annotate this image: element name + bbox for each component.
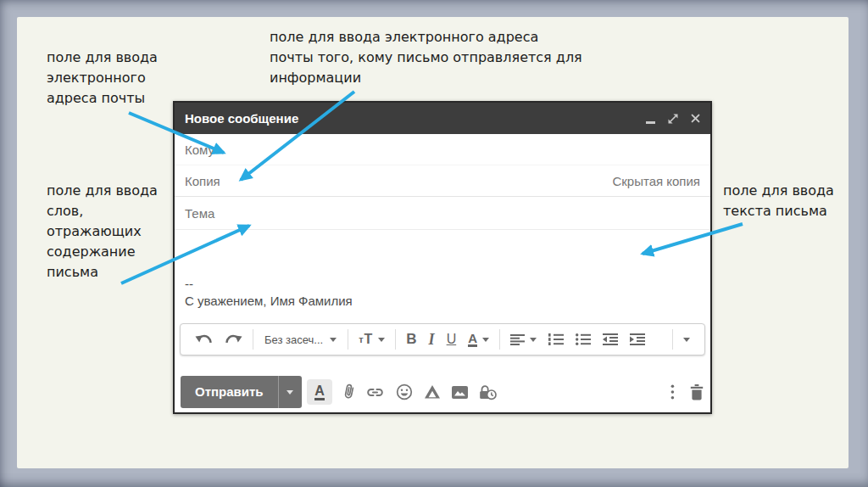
more-formats-button[interactable] <box>677 328 696 350</box>
to-field[interactable]: Кому <box>175 134 710 165</box>
font-family-dropdown[interactable]: Без засеч... <box>258 328 343 350</box>
minimize-icon[interactable] <box>646 114 655 124</box>
signature-block: -- С уважением, Имя Фамилия <box>185 276 353 310</box>
italic-button[interactable]: I <box>423 328 441 350</box>
toolbar-separator <box>395 329 396 350</box>
insert-drive-button[interactable] <box>424 384 441 400</box>
redo-button[interactable] <box>219 328 248 350</box>
insert-drive-icon <box>424 384 441 400</box>
font-caret-icon <box>330 338 337 342</box>
compose-window: Новое сообщение Кому Копия Скрытая копия… <box>173 101 712 414</box>
cc-label: Копия <box>185 174 220 188</box>
slide-background: поле для ввода электронного адреса почты… <box>0 0 868 487</box>
discard-draft-button[interactable] <box>690 384 704 400</box>
signature-text: С уважением, Имя Фамилия <box>185 293 353 310</box>
insert-toolbar: A <box>307 376 497 408</box>
toolbar-separator <box>253 329 253 350</box>
align-icon <box>510 334 525 345</box>
toolbar-separator <box>499 329 500 350</box>
underline-button[interactable]: U <box>441 328 463 350</box>
message-body-editor[interactable]: -- С уважением, Имя Фамилия <box>175 230 710 320</box>
insert-photo-button[interactable] <box>452 386 468 399</box>
attach-file-icon <box>342 383 356 401</box>
compose-titlebar: Новое сообщение <box>175 103 710 134</box>
align-caret-icon <box>530 338 537 342</box>
window-title: Новое сообщение <box>185 111 646 126</box>
more-options-button[interactable] <box>670 384 675 400</box>
formatting-options-button[interactable]: A <box>307 379 332 405</box>
undo-icon <box>195 333 213 345</box>
attach-file-button[interactable] <box>342 383 356 401</box>
confidential-mode-button[interactable] <box>479 384 497 400</box>
toolbar-separator <box>348 329 348 350</box>
signature-delimiter: -- <box>185 276 353 293</box>
toolbar-separator <box>672 329 673 350</box>
send-label: Отправить <box>181 376 278 408</box>
bold-button[interactable]: B <box>400 328 422 350</box>
close-icon[interactable] <box>691 114 700 123</box>
text-color-button[interactable]: A <box>462 328 495 350</box>
send-caret-icon <box>287 390 293 395</box>
numbered-list-icon <box>548 333 564 345</box>
redo-icon <box>225 333 242 345</box>
insert-emoji-icon <box>396 383 413 400</box>
insert-link-icon <box>365 387 385 398</box>
bulleted-list-icon <box>576 333 591 345</box>
text-color-icon: A <box>468 332 477 347</box>
align-button[interactable] <box>504 328 542 350</box>
annotation-to-field: поле для ввода электронного адреса почты <box>47 48 158 109</box>
annotation-subject-field: поле для ввода слов, отражающих содержан… <box>47 181 158 283</box>
indent-icon <box>630 333 645 345</box>
subject-label: Тема <box>185 206 214 221</box>
size-caret-icon <box>378 338 385 342</box>
confidential-mode-icon <box>479 384 497 400</box>
bcc-link[interactable]: Скрытая копия <box>612 174 700 188</box>
formatting-toolbar: Без засеч... т Т B I U A <box>180 323 705 355</box>
color-caret-icon <box>482 338 489 342</box>
send-button[interactable]: Отправить <box>181 376 302 408</box>
subject-field[interactable]: Тема <box>175 197 710 230</box>
annotation-cc-field: поле для ввода электронного адреса почты… <box>270 27 582 88</box>
formatting-options-icon: A <box>314 384 325 400</box>
insert-emoji-button[interactable] <box>396 383 413 400</box>
cc-field[interactable]: Копия Скрытая копия <box>175 165 710 197</box>
font-family-label: Без засеч... <box>264 333 323 346</box>
trash-icon <box>690 384 704 400</box>
text-size-dropdown[interactable]: т Т <box>353 328 391 350</box>
to-label: Кому <box>185 143 214 157</box>
indent-button[interactable] <box>624 328 651 350</box>
annotation-body-field: поле для ввода текста письма <box>723 181 834 221</box>
footer-right-controls <box>670 376 704 408</box>
expand-icon[interactable] <box>668 114 678 124</box>
bulleted-list-button[interactable] <box>570 328 597 350</box>
text-size-icon: т <box>359 334 363 344</box>
insert-photo-icon <box>452 386 468 399</box>
undo-button[interactable] <box>189 328 219 350</box>
numbered-list-button[interactable] <box>542 328 570 350</box>
send-options-button[interactable] <box>278 376 302 408</box>
more-options-icon <box>670 384 675 400</box>
outdent-icon <box>603 333 618 345</box>
window-controls <box>646 114 700 124</box>
insert-link-button[interactable] <box>365 387 385 398</box>
outdent-button[interactable] <box>597 328 624 350</box>
more-formats-caret-icon <box>683 338 690 342</box>
